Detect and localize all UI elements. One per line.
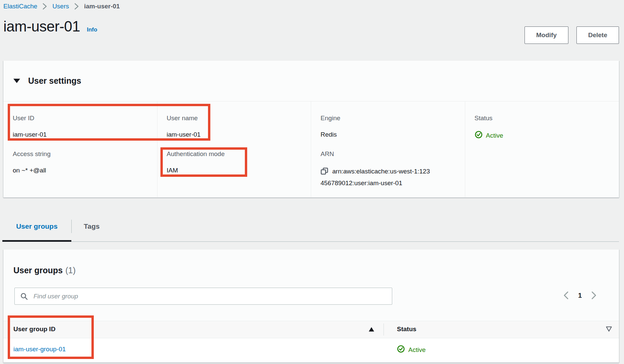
sort-ascending-icon[interactable] bbox=[368, 327, 374, 333]
field-value: IAM bbox=[167, 166, 301, 174]
table-header: User group ID Status bbox=[3, 321, 619, 338]
field-value: Active bbox=[475, 131, 609, 141]
settings-column-4: Status Active bbox=[465, 101, 619, 197]
page-title: iam-user-01 bbox=[3, 18, 80, 35]
status-text: Active bbox=[486, 132, 503, 140]
field-arn: ARN arn:aws:elasticache:us-west-1:123456… bbox=[321, 150, 455, 188]
field-label: Status bbox=[475, 114, 609, 122]
user-groups-heading: User groups(1) bbox=[3, 249, 619, 275]
field-authentication-mode: Authentication mode IAM bbox=[167, 150, 301, 174]
field-user-name: User name iam-user-01 bbox=[167, 114, 301, 139]
breadcrumb-current-item: iam-user-01 bbox=[84, 3, 120, 10]
tab-user-groups[interactable]: User groups bbox=[2, 218, 71, 242]
field-label: User name bbox=[167, 114, 301, 122]
chevron-right-icon bbox=[43, 3, 47, 10]
breadcrumb-users-link[interactable]: Users bbox=[52, 3, 69, 10]
status-text: Active bbox=[408, 346, 426, 354]
column-header-user-group-id[interactable]: User group ID bbox=[13, 325, 56, 333]
check-circle-icon bbox=[475, 131, 483, 141]
row-status: Active bbox=[397, 345, 426, 355]
settings-column-2: User name iam-user-01 Authentication mod… bbox=[157, 101, 311, 197]
user-settings-title: User settings bbox=[28, 76, 81, 86]
elasticache-user-detail-page: ElastiCache Users iam-user-01 iam-user-0… bbox=[0, 0, 624, 364]
chevron-right-icon bbox=[74, 3, 79, 10]
field-value: iam-user-01 bbox=[167, 131, 301, 139]
column-header-status[interactable]: Status bbox=[397, 325, 416, 333]
field-label: Access string bbox=[13, 150, 147, 158]
page-number[interactable]: 1 bbox=[578, 292, 582, 299]
breadcrumb-elasticache-link[interactable]: ElastiCache bbox=[3, 3, 37, 10]
filter-triangle-icon[interactable] bbox=[606, 326, 612, 333]
settings-column-3: Engine Redis ARN arn:aws:elasticache:us-… bbox=[311, 101, 465, 197]
header-actions: Modify Delete bbox=[525, 26, 619, 44]
user-settings-panel: User settings User ID iam-user-01 Access… bbox=[3, 61, 619, 198]
field-label: ARN bbox=[321, 150, 455, 158]
triangle-down-icon bbox=[13, 79, 20, 83]
delete-button[interactable]: Delete bbox=[576, 26, 619, 44]
page-header: iam-user-01 Info Modify Delete bbox=[3, 18, 619, 44]
tab-bar: User groups Tags bbox=[2, 218, 619, 242]
search-icon bbox=[20, 292, 28, 300]
copy-icon[interactable] bbox=[321, 167, 328, 178]
tab-tags[interactable]: Tags bbox=[72, 218, 113, 242]
field-engine: Engine Redis bbox=[321, 114, 455, 139]
user-groups-count: (1) bbox=[65, 266, 76, 275]
pagination: 1 bbox=[563, 291, 597, 300]
user-settings-grid: User ID iam-user-01 Access string on ~* … bbox=[3, 101, 619, 197]
chevron-right-icon[interactable] bbox=[591, 291, 597, 300]
search-input[interactable] bbox=[33, 292, 387, 300]
search-box bbox=[14, 288, 392, 305]
field-status: Status Active bbox=[475, 114, 609, 141]
field-label: User ID bbox=[13, 114, 147, 122]
field-user-id: User ID iam-user-01 bbox=[13, 114, 147, 139]
user-group-link[interactable]: iam-user-group-01 bbox=[13, 346, 66, 353]
field-value: on ~* +@all bbox=[13, 166, 147, 174]
check-circle-icon bbox=[397, 345, 405, 355]
breadcrumb: ElastiCache Users iam-user-01 bbox=[3, 3, 120, 10]
field-access-string: Access string on ~* +@all bbox=[13, 150, 147, 174]
field-label: Authentication mode bbox=[167, 150, 301, 158]
field-value: arn:aws:elasticache:us-west-1:1234567890… bbox=[321, 166, 433, 188]
modify-button[interactable]: Modify bbox=[525, 26, 568, 44]
field-value: Redis bbox=[321, 131, 455, 139]
field-label: Engine bbox=[321, 114, 455, 122]
chevron-left-icon[interactable] bbox=[563, 291, 569, 300]
user-groups-panel: User groups(1) 1 User group ID Status ia… bbox=[3, 249, 619, 363]
info-link[interactable]: Info bbox=[87, 26, 97, 33]
table-row: iam-user-group-01 Active bbox=[3, 339, 619, 362]
user-settings-collapse-header[interactable]: User settings bbox=[3, 61, 619, 101]
field-value: iam-user-01 bbox=[13, 131, 147, 139]
arn-text: arn:aws:elasticache:us-west-1:1234567890… bbox=[321, 168, 430, 187]
user-groups-title: User groups bbox=[13, 266, 63, 275]
column-divider bbox=[384, 323, 384, 336]
settings-column-1: User ID iam-user-01 Access string on ~* … bbox=[3, 101, 157, 197]
